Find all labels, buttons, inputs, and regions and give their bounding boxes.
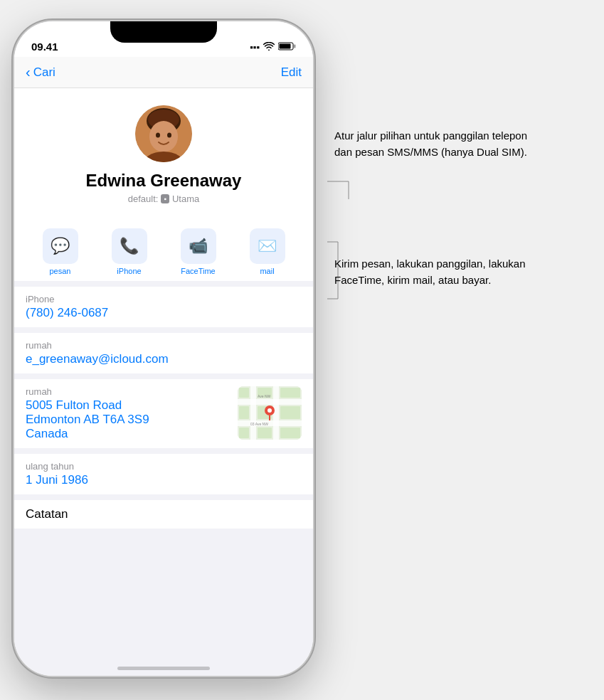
notes-row: Catatan [14, 500, 313, 529]
message-label: pesan [50, 267, 71, 275]
signal-icon: ▪▪▪ [250, 42, 260, 53]
phone-value[interactable]: (780) 246-0687 [26, 306, 302, 320]
annotations-panel: Atur jalur pilihan untuk panggilan telep… [327, 0, 604, 700]
svg-rect-1 [294, 45, 296, 48]
annotation-1: Atur jalur pilihan untuk panggilan telep… [334, 128, 534, 160]
email-section: rumah e_greenaway@icloud.com [14, 333, 313, 373]
svg-rect-18 [239, 406, 249, 419]
status-icons: ▪▪▪ [250, 42, 296, 53]
birthday-section: ulang tahun 1 Juni 1986 [14, 454, 313, 494]
svg-rect-11 [238, 399, 302, 405]
annotation-2-text: Kirim pesan, lakukan panggilan, lakukan … [334, 256, 534, 288]
email-label: rumah [26, 340, 302, 351]
svg-rect-14 [273, 386, 279, 440]
birthday-row: ulang tahun 1 Juni 1986 [14, 454, 313, 494]
annotation-lines [327, 0, 604, 700]
address-line1[interactable]: 5005 Fulton Road [26, 398, 229, 413]
sim-label: Utama [172, 193, 199, 204]
svg-text:03 Ave NW: 03 Ave NW [250, 422, 268, 426]
mail-button[interactable]: ✉️ mail [243, 228, 292, 275]
nav-bar: ‹ Cari Edit [14, 57, 313, 88]
birthday-label: ulang tahun [26, 461, 302, 472]
address-line2[interactable]: Edmonton AB T6A 3S9 [26, 413, 229, 427]
address-line3[interactable]: Canada [26, 427, 229, 441]
annotation-1-text: Atur jalur pilihan untuk panggilan telep… [334, 128, 534, 160]
sim-badge: ▪ [161, 194, 169, 203]
iphone-screen: 09.41 ▪▪▪ [14, 21, 313, 676]
svg-rect-12 [238, 420, 302, 426]
svg-rect-17 [280, 388, 300, 398]
svg-point-27 [267, 408, 272, 413]
back-label: Cari [33, 65, 55, 80]
iphone-outer: 09.41 ▪▪▪ [14, 21, 313, 676]
phone-row: iPhone (780) 246-0687 [14, 287, 313, 327]
default-label: default: [128, 193, 159, 204]
svg-point-7 [156, 133, 160, 138]
address-row: rumah 5005 Fulton Road Edmonton AB T6A 3… [14, 379, 313, 448]
facetime-button[interactable]: 📹 FaceTime [174, 228, 223, 275]
content-area: Edwina Greenaway default: ▪ Utama 💬 pesa… [14, 88, 313, 652]
status-time: 09.41 [31, 41, 58, 53]
avatar [135, 105, 192, 162]
home-bar [117, 667, 210, 670]
phone-label: iPhone [117, 267, 141, 275]
action-buttons: 💬 pesan 📞 iPhone 📹 FaceTime ✉️ [14, 218, 313, 281]
wifi-icon [263, 42, 275, 53]
iphone-frame: 09.41 ▪▪▪ [0, 0, 327, 700]
contact-header: Edwina Greenaway default: ▪ Utama [14, 88, 313, 218]
notch [110, 21, 217, 43]
phone-icon: 📞 [112, 228, 147, 264]
message-button[interactable]: 💬 pesan [36, 228, 85, 275]
svg-point-8 [167, 133, 171, 138]
mail-label: mail [260, 267, 274, 275]
address-label: rumah [26, 386, 229, 397]
phone-button[interactable]: 📞 iPhone [105, 228, 154, 275]
back-button[interactable]: ‹ Cari [26, 64, 55, 80]
svg-rect-22 [258, 428, 272, 438]
mail-icon: ✉️ [250, 228, 285, 264]
email-row: rumah e_greenaway@icloud.com [14, 333, 313, 373]
phone-label: iPhone [26, 294, 302, 304]
contact-name: Edwina Greenaway [86, 171, 242, 191]
svg-rect-13 [250, 386, 256, 440]
annotation-2: Kirim pesan, lakukan panggilan, lakukan … [334, 256, 534, 288]
svg-rect-20 [280, 406, 300, 419]
notes-label: Catatan [26, 507, 302, 521]
svg-rect-23 [280, 428, 300, 438]
birthday-value[interactable]: 1 Juni 1986 [26, 473, 302, 487]
facetime-label: FaceTime [181, 267, 216, 275]
message-icon: 💬 [43, 228, 78, 264]
address-section: rumah 5005 Fulton Road Edmonton AB T6A 3… [14, 379, 313, 448]
edit-button[interactable]: Edit [281, 65, 302, 80]
notes-section: Catatan [14, 500, 313, 529]
svg-point-6 [149, 121, 178, 152]
svg-text:Ave NW: Ave NW [258, 394, 271, 398]
address-text: rumah 5005 Fulton Road Edmonton AB T6A 3… [26, 386, 229, 441]
svg-rect-21 [239, 428, 249, 438]
svg-rect-15 [239, 388, 249, 398]
facetime-icon: 📹 [181, 228, 216, 264]
email-value[interactable]: e_greenaway@icloud.com [26, 352, 302, 366]
svg-rect-2 [280, 44, 291, 49]
battery-icon [278, 42, 296, 53]
contact-default: default: ▪ Utama [128, 193, 200, 204]
back-chevron-icon: ‹ [26, 64, 31, 80]
phone-section: iPhone (780) 246-0687 [14, 287, 313, 327]
map-thumbnail[interactable]: Ave NW 03 Ave NW [238, 386, 302, 440]
